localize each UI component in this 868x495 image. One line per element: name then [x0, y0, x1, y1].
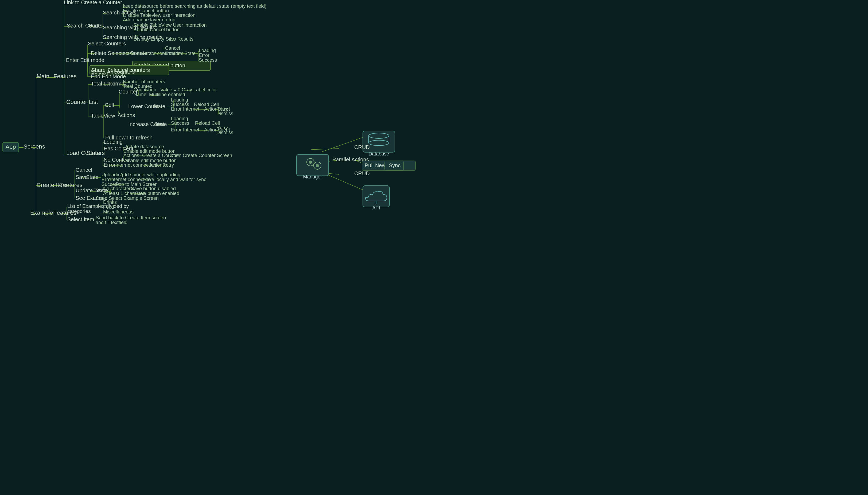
- miscellaneous-label: Miscellaneous: [103, 209, 134, 215]
- database-icon-label: Database: [369, 151, 389, 156]
- add-opaque-label: Add opaque layer on top: [123, 17, 175, 22]
- svg-text:App: App: [5, 143, 16, 150]
- retry-load-label: Retry: [163, 163, 174, 168]
- send-back-label1: Send back to Create Item screen: [96, 215, 166, 220]
- svg-point-54: [309, 160, 312, 164]
- state-increase-label: State: [154, 121, 167, 127]
- svg-point-56: [316, 164, 319, 167]
- screens-label: Screens: [23, 143, 45, 150]
- counter-list-label: Counter List: [66, 99, 98, 105]
- crud-label1: CRUD: [354, 144, 370, 150]
- no-results-label: No Results: [170, 36, 193, 42]
- crud-label2: CRUD: [354, 170, 370, 176]
- value-zero-label: Value = 0: [160, 87, 180, 92]
- loading-load-label: Loading: [104, 139, 123, 145]
- save-enabled-label: Save button enabled: [135, 191, 179, 196]
- name-label: Name: [134, 92, 147, 97]
- success-delete-label: Success: [199, 57, 217, 63]
- error-lower-label: Error Internet: [171, 106, 199, 112]
- dismiss-lower-label: Dismiss: [216, 111, 233, 116]
- manager-icon-label: Manager: [303, 174, 322, 180]
- enter-edit-mode-label: Enter Edit mode: [66, 57, 104, 63]
- select-counters-label: Select Counters: [88, 40, 126, 47]
- list-examples-label2: categories: [67, 208, 91, 214]
- count-label: Count: [134, 87, 147, 92]
- list-examples-label: List of Examples divided by: [67, 203, 129, 209]
- end-edit-mode-label: End Edit Mode: [91, 73, 126, 79]
- tableview-label: TableView: [91, 113, 115, 119]
- actions-no-content-label: Actions: [123, 153, 139, 158]
- state-delete-label: State: [184, 51, 195, 56]
- link-create-counter: Link to Create a Counter: [64, 0, 122, 5]
- multiline-label: Multiline enabled: [149, 92, 185, 97]
- save-disabled-label: Save button disabled: [131, 186, 176, 191]
- error-increase-label: Error Internet: [171, 127, 199, 133]
- add-spinner-label: Add spinner while uploading: [120, 172, 180, 177]
- example-label: Example: [30, 209, 53, 216]
- main-label: Main: [37, 73, 49, 80]
- error-load-label: Error: [104, 162, 116, 168]
- api-icon-label: API: [372, 205, 380, 210]
- actions-cell-label: Actions: [118, 112, 135, 118]
- confirm-delete-label: Confirm: [165, 51, 182, 56]
- display-empty-sate-label: Display Empty Sate: [134, 36, 175, 42]
- enable-cancel-results-label: Enable Cancel button: [134, 27, 180, 32]
- select-item-label: Select Item: [67, 216, 94, 222]
- when-label: when: [144, 87, 156, 92]
- loading-delete-label: Loading: [199, 48, 216, 53]
- cancel-create-label: Cancel: [75, 167, 92, 173]
- dismiss-increase-label: Dismiss: [216, 130, 233, 135]
- sync-label: Sync: [389, 163, 401, 168]
- state-save-label: State: [86, 174, 99, 180]
- success-increase-label: Success: [171, 120, 189, 126]
- state-search-label: State: [89, 23, 101, 29]
- features-main-label: Features: [53, 73, 77, 80]
- gray-label: Gray Label color: [182, 87, 217, 92]
- state-load-label: State: [87, 150, 100, 156]
- send-back-label2: and fill textfield: [96, 220, 127, 225]
- error-delete-label: Error: [199, 53, 209, 58]
- food-label: Food: [103, 204, 114, 210]
- retry-increase-label: Retry: [216, 125, 228, 130]
- uploading-label: Uploading: [102, 172, 123, 177]
- save-locally-label: Save locally and wait for sync: [143, 177, 206, 182]
- cell-label: Cell: [105, 102, 114, 108]
- drinks-label: Drinks: [103, 200, 117, 205]
- open-create-screen-label: Open Create Counter Screen: [170, 153, 232, 158]
- state-lower-label: State: [153, 103, 165, 109]
- cancel-delete-label: Cancel: [165, 46, 180, 51]
- no-characters-label: No characters: [103, 186, 133, 191]
